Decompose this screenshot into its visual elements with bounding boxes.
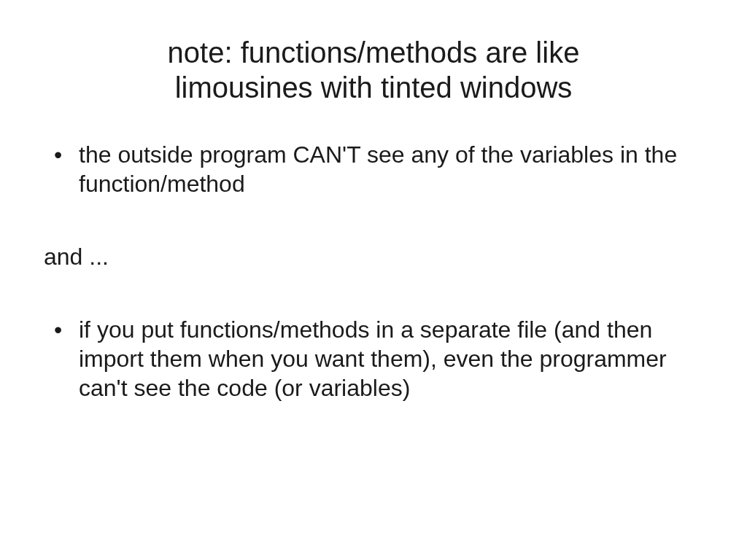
slide-content: the outside program CAN'T see any of the… bbox=[44, 140, 703, 402]
plain-text-line: and ... bbox=[44, 242, 703, 271]
slide-title: note: functions/methods are like limousi… bbox=[44, 35, 703, 105]
bullet-text: the outside program CAN'T see any of the… bbox=[79, 141, 677, 197]
bullet-item: if you put functions/methods in a separa… bbox=[44, 315, 703, 402]
title-line-1: note: functions/methods are like bbox=[168, 36, 580, 69]
title-line-2: limousines with tinted windows bbox=[175, 71, 573, 104]
bullet-item: the outside program CAN'T see any of the… bbox=[44, 140, 703, 198]
middle-text: and ... bbox=[44, 244, 109, 270]
bullet-text: if you put functions/methods in a separa… bbox=[79, 316, 667, 401]
